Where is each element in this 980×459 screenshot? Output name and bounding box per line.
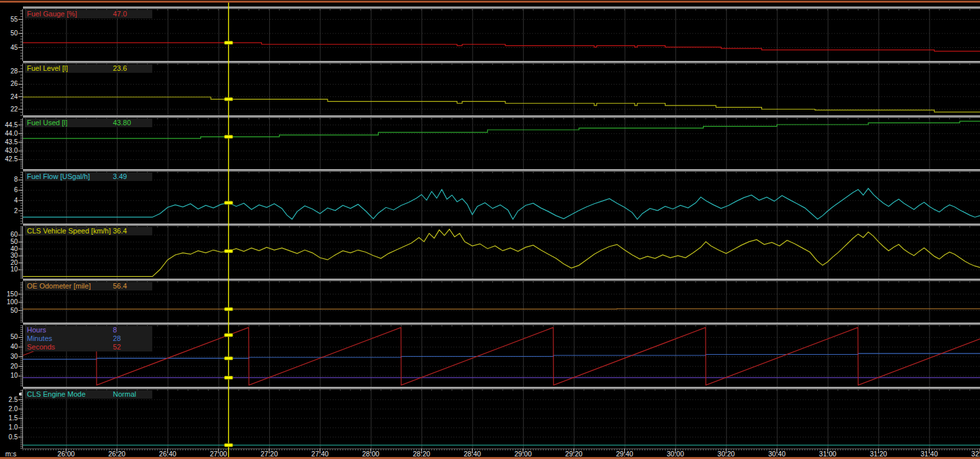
signal-label: Minutes (27, 334, 53, 343)
y-tick-label: 150 (7, 290, 18, 298)
signal-label: Fuel Level [l] (27, 64, 68, 73)
signal-value: 47.0 (113, 10, 127, 18)
y-axis-engine-mode[interactable]: 2.52.01.51.00.5 (9, 389, 22, 449)
panel-fuel-flow: 8642 (14, 172, 980, 224)
signal-label: Fuel Flow [USgal/h] (27, 172, 90, 181)
cursor-marker-fuel-flow[interactable] (224, 201, 233, 205)
y-tick-label: 20 (11, 363, 18, 370)
panel-splitter[interactable] (23, 115, 980, 118)
y-tick-label: 2 (14, 207, 18, 214)
y-tick-label: 42.5 (5, 155, 18, 163)
cursor-marker-fuel-used[interactable] (224, 135, 233, 138)
panel-splitter[interactable] (23, 7, 980, 9)
y-tick-label: 8 (14, 176, 18, 183)
signal-row-clock-2[interactable]: Seconds52 (25, 343, 152, 351)
y-axis-vehicle-speed[interactable]: 605040302010 (11, 226, 23, 279)
y-tick-label: 60 (11, 231, 18, 238)
y-tick-label: 44.0 (5, 130, 18, 137)
signal-value: 8 (113, 326, 117, 334)
y-tick-label: 100 (7, 298, 18, 306)
series-fuel-flow[interactable] (23, 188, 980, 219)
panel-engine-mode: 2.52.01.51.00.5 (9, 389, 980, 449)
panel-splitter[interactable] (23, 279, 980, 281)
signal-value: 23.6 (113, 64, 127, 73)
panel-splitter[interactable] (23, 323, 980, 325)
signal-label: CLS Vehicle Speed [km/h] (27, 227, 111, 235)
y-tick-label: 50 (11, 238, 18, 245)
signal-row-clock-1[interactable]: Minutes28 (25, 334, 152, 343)
cursor-marker-minutes[interactable] (224, 357, 233, 360)
y-tick-label: 4 (14, 197, 18, 204)
y-axis-fuel-gauge[interactable]: 555045 (11, 9, 23, 61)
signal-value: 43.80 (113, 119, 131, 127)
y-axis-fuel-level[interactable]: 28262422 (11, 64, 23, 115)
panel-header-clock: Hours8Minutes28Seconds52 (25, 326, 152, 351)
y-tick-label: 40 (11, 245, 18, 252)
panel-fuel-gauge: 555045 (11, 9, 980, 61)
signal-label: Fuel Used [l] (27, 119, 68, 127)
y-tick-label: 44.5 (5, 121, 18, 129)
panel-header-vehicle-speed: CLS Vehicle Speed [km/h]36.4 (25, 227, 152, 235)
panel-vehicle-speed: 605040302010 (11, 226, 980, 279)
panel-odometer: 15010050 (7, 281, 980, 323)
series-odometer[interactable] (23, 309, 980, 309)
series-fuel-gauge[interactable] (23, 43, 980, 51)
series-fuel-used[interactable] (23, 121, 980, 138)
signal-row-fuel-used[interactable]: Fuel Used [l]43.80 (25, 119, 152, 127)
cursor-marker-engine-mode[interactable] (224, 443, 233, 447)
y-tick-label: 43.0 (5, 147, 18, 154)
y-tick-label: 28 (11, 68, 18, 75)
selected-signal-bullet (19, 393, 22, 395)
y-axis-odometer[interactable]: 15010050 (7, 281, 22, 323)
cursor-marker-fuel-level[interactable] (224, 98, 233, 101)
panel-fuel-level: 28262422 (11, 64, 980, 115)
cursor-marker-seconds[interactable] (224, 333, 233, 336)
cursor-marker-vehicle-speed[interactable] (224, 250, 233, 253)
signal-label: CLS Engine Mode (27, 390, 85, 399)
y-tick-label: 50 (11, 307, 18, 314)
panel-splitter[interactable] (23, 61, 980, 64)
y-tick-label: 10 (11, 266, 18, 273)
y-axis-fuel-flow[interactable]: 8642 (14, 172, 22, 224)
y-tick-label: 55 (11, 16, 18, 23)
panel-splitter[interactable] (23, 169, 980, 172)
signal-row-fuel-gauge[interactable]: Fuel Gauge [%]47.0 (25, 10, 152, 18)
signal-label: Seconds (27, 343, 55, 351)
y-tick-label: 10 (11, 372, 18, 379)
y-tick-label: 26 (11, 80, 18, 87)
y-axis-fuel-used[interactable]: 44.544.043.543.042.5 (5, 118, 23, 169)
signal-row-clock-0[interactable]: Hours8 (25, 326, 152, 334)
cursor-marker-fuel-gauge[interactable] (224, 41, 233, 45)
y-tick-label: 40 (11, 343, 18, 350)
y-tick-label: 2.0 (9, 405, 18, 412)
panel-header-engine-mode: CLS Engine ModeNormal (25, 390, 152, 399)
signal-value: 3.49 (113, 172, 127, 181)
signal-row-odometer[interactable]: OE Odometer [mile]56.4 (25, 282, 152, 290)
y-tick-label: 43.5 (5, 138, 18, 146)
signal-row-vehicle-speed[interactable]: CLS Vehicle Speed [km/h]36.4 (25, 227, 152, 235)
signal-value: 28 (113, 334, 121, 343)
y-tick-label: 22 (11, 106, 18, 113)
signal-row-engine-mode[interactable]: CLS Engine ModeNormal (25, 390, 152, 399)
y-axis-clock[interactable]: 5040302010 (11, 325, 23, 387)
panel-splitter[interactable] (23, 387, 980, 389)
series-vehicle-speed[interactable] (23, 230, 980, 277)
signal-value: 36.4 (113, 227, 127, 235)
signal-row-fuel-level[interactable]: Fuel Level [l]23.6 (25, 64, 152, 73)
y-tick-label: 1.5 (9, 414, 18, 422)
logger-window: 5550452826242244.544.043.543.042.5864260… (0, 0, 980, 459)
panel-header-fuel-level: Fuel Level [l]23.6 (25, 64, 152, 73)
y-tick-label: 2.5 (9, 396, 18, 403)
signal-value: 56.4 (113, 282, 127, 290)
panel-header-fuel-gauge: Fuel Gauge [%]47.0 (25, 10, 152, 18)
signal-value: Normal (113, 390, 136, 399)
panel-splitter[interactable] (23, 224, 980, 226)
cursor-marker-odometer[interactable] (224, 308, 233, 311)
x-axis[interactable]: 26:0026:2026:4027:0027:2027:4028:0028:20… (23, 449, 980, 458)
series-fuel-level[interactable] (23, 97, 980, 112)
signal-value: 52 (113, 343, 121, 351)
y-tick-label: 45 (11, 44, 18, 51)
cursor-marker-hours[interactable] (224, 376, 233, 379)
y-tick-label: 20 (11, 259, 18, 266)
signal-row-fuel-flow[interactable]: Fuel Flow [USgal/h]3.49 (25, 172, 152, 181)
